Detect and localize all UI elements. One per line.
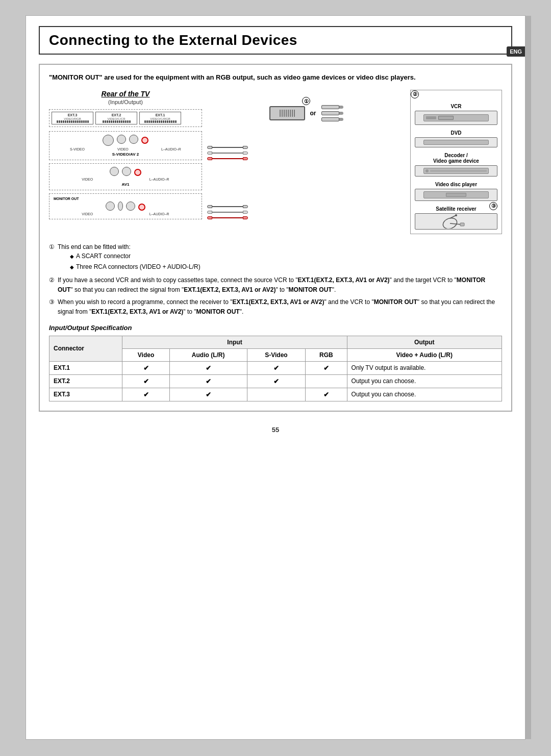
th-svideo: S-Video — [247, 348, 306, 361]
audio-r-circle — [141, 137, 148, 144]
diamond-icon-1: ◆ — [70, 253, 74, 261]
note-1: ① This end can be fitted with: ◆ A SCART… — [49, 242, 502, 273]
note-2: ② If you have a second VCR and wish to c… — [49, 275, 502, 294]
rca-red-top — [321, 117, 339, 121]
table-row: EXT.2 ✔ ✔ ✔ Output you can choose. — [49, 374, 502, 388]
video-label: VIDEO — [117, 147, 129, 151]
ext3-label: EXT.3 — [54, 113, 91, 117]
note-2-content: If you have a second VCR and wish to cop… — [58, 275, 502, 294]
notes-section: ① This end can be fitted with: ◆ A SCART… — [49, 242, 502, 317]
note-2-num: ② — [49, 275, 55, 285]
av1-audio-l-circle — [122, 167, 131, 176]
ext2-label: EXT.2 — [97, 113, 135, 117]
rca-white — [321, 111, 339, 115]
rca-3-connectors — [321, 105, 343, 121]
ext1-audio: ✔ — [169, 361, 247, 374]
av1-video-label: VIDEO — [82, 178, 93, 181]
table-row: EXT.3 ✔ ✔ ✔ Output you can choose. — [49, 388, 502, 401]
ext1-output: Only TV output is available. — [347, 361, 502, 374]
av1-video-circle — [110, 167, 119, 176]
side-decoration — [525, 16, 531, 739]
dvd-label: DVD — [415, 130, 497, 136]
monitor-labels: VIDEO L–AUDIO–R — [54, 212, 197, 216]
ext2-svideo: ✔ — [247, 374, 306, 388]
bullet-1: ◆ A SCART connector — [70, 251, 201, 261]
ext2-audio: ✔ — [169, 374, 247, 388]
monitor-circles — [54, 201, 197, 211]
decoder-box — [415, 165, 497, 177]
monitor-video-label: VIDEO — [82, 212, 93, 216]
eng-badge: ENG — [507, 46, 525, 57]
note-3-num: ③ — [49, 297, 55, 307]
middle-cables — [207, 146, 405, 160]
th-audio-lr: Audio (L/R) — [169, 348, 247, 361]
vcr-box — [415, 111, 497, 125]
audio-l-circle — [129, 135, 138, 144]
svideo-circle — [103, 135, 114, 146]
ext2-connector: EXT.2 VIDEO/C/CR — [95, 112, 137, 124]
av1-labels: VIDEO L–AUDIO–R — [54, 178, 197, 181]
disc-label: Video disc player — [415, 182, 497, 187]
input-output-label: (Input/Output) — [49, 99, 202, 105]
ext2-rgb — [306, 374, 347, 388]
content-box: "MONITOR OUT" are used for the equipment… — [39, 64, 512, 412]
note-3: ③ When you wish to record a programme, c… — [49, 297, 502, 316]
satellite-dish-icon — [441, 214, 471, 229]
svideo-av2-box: S-VIDEO VIDEO L–AUDIO–R S-VIDEO/AV 2 — [49, 131, 202, 160]
svg-rect-4 — [460, 223, 464, 226]
ext3-output: Output you can choose. — [347, 388, 502, 401]
title-bar: Connecting to the External Devices — [39, 26, 512, 55]
ext3-audio: ✔ — [169, 388, 247, 401]
monitor-audio-r-circle — [138, 204, 145, 211]
ext-pin — [57, 120, 58, 123]
ext1-video: ✔ — [122, 361, 169, 374]
video-circle — [117, 135, 126, 144]
note-1-num: ① — [49, 242, 55, 252]
av1-box: VIDEO L–AUDIO–R AV1 — [49, 163, 202, 190]
ext2-row-connector: EXT.2 — [49, 374, 122, 388]
th-rgb: RGB — [306, 348, 347, 361]
ext1-svideo: ✔ — [247, 361, 306, 374]
device-dvd: DVD — [415, 130, 497, 147]
bullet-2-text: Three RCA connectors (VIDEO + AUDIO-L/R) — [76, 262, 201, 272]
decoder-label: Decoder / Video game device — [415, 153, 497, 164]
device-vcr: VCR — [415, 104, 497, 125]
th-input: Input — [122, 336, 347, 348]
note-3-text: When you wish to record a programme, con… — [58, 298, 495, 315]
monitor-audio-label: L–AUDIO–R — [149, 212, 169, 216]
ext3-video: ✔ — [122, 388, 169, 401]
note-1-text: This end can be fitted with: — [58, 243, 131, 250]
ext3-pins — [54, 120, 91, 123]
right-panel: ② VCR DVD — [410, 90, 502, 234]
device-disc: Video disc player — [415, 182, 497, 201]
page-number: 55 — [26, 421, 525, 439]
th-connector: Connector — [49, 336, 122, 361]
top-connector-row: or — [269, 105, 343, 121]
circle-num-3: ③ — [489, 202, 497, 210]
ext3-rgb: ✔ — [306, 388, 347, 401]
svideo-circles — [54, 135, 197, 146]
bullet-1-text: A SCART connector — [76, 251, 131, 261]
monitor-audio-l-circle — [126, 201, 135, 211]
intro-text: "MONITOR OUT" are used for the equipment… — [49, 72, 502, 83]
circle-num-2: ② — [411, 90, 419, 98]
monitor-out-box: MONITOR OUT VIDEO L–AUDIO–R — [49, 193, 202, 219]
spec-title: Input/Output Specification — [49, 324, 502, 332]
monitor-out-label: MONITOR OUT — [54, 197, 197, 200]
ext3-svideo — [247, 388, 306, 401]
cable-row-1 — [207, 146, 405, 160]
spec-section: Input/Output Specification Connector Inp… — [49, 324, 502, 401]
page-title: Connecting to the External Devices — [49, 32, 502, 48]
av1-audio-label: L–AUDIO–R — [149, 178, 169, 181]
ext1-pins — [141, 120, 179, 123]
rear-tv-label: Rear of the TV — [49, 90, 202, 98]
note-2-text: If you have a second VCR and wish to cop… — [58, 276, 485, 293]
th-video: Video — [122, 348, 169, 361]
th-video-audio-lr: Video + Audio (L/R) — [347, 348, 502, 361]
ext2-video: ✔ — [122, 374, 169, 388]
scart-connector — [269, 106, 305, 120]
disc-box — [415, 189, 497, 201]
table-row: EXT.1 ✔ ✔ ✔ ✔ Only TV output is availabl… — [49, 361, 502, 374]
bullet-2: ◆ Three RCA connectors (VIDEO + AUDIO-L/… — [70, 262, 201, 272]
vcr-label: VCR — [415, 104, 497, 109]
